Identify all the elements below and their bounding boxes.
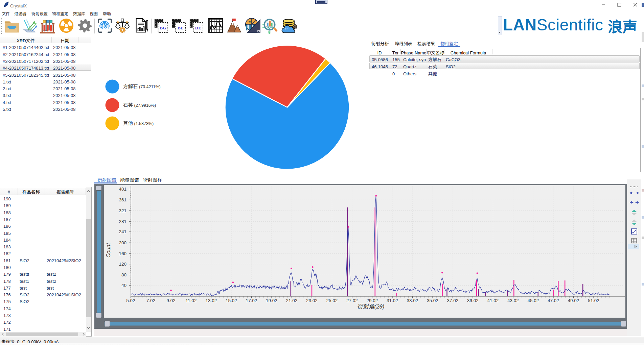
svg-text:401: 401	[119, 185, 127, 192]
svg-text:281: 281	[119, 218, 127, 224]
svg-text:80: 80	[121, 271, 127, 278]
svg-text:BE: BE	[178, 25, 184, 30]
svg-text:5.02: 5.02	[126, 297, 135, 303]
svg-text:其他 (1.5873%): 其他 (1.5873%)	[123, 119, 154, 126]
svg-text:11.02: 11.02	[186, 297, 197, 303]
svg-text:7.02: 7.02	[146, 297, 155, 303]
svg-text:361: 361	[119, 196, 127, 203]
svg-text:241: 241	[119, 228, 127, 235]
svg-text:π: π	[249, 20, 251, 24]
svg-text:40: 40	[121, 281, 127, 288]
svg-text:200: 200	[119, 239, 127, 246]
svg-text:120: 120	[119, 260, 127, 267]
svg-text:DE: DE	[195, 25, 201, 30]
svg-text:BG: BG	[160, 25, 166, 30]
svg-text:321: 321	[119, 207, 127, 214]
svg-text:衍射角(2θ): 衍射角(2θ)	[357, 302, 385, 310]
svg-text:石英 (27.9916%): 石英 (27.9916%)	[123, 101, 156, 108]
svg-text:方解石 (70.4211%): 方解石 (70.4211%)	[123, 82, 161, 90]
svg-text:160: 160	[119, 250, 127, 256]
svg-text:9.02: 9.02	[166, 297, 175, 303]
svg-text:Count: Count	[104, 243, 112, 257]
